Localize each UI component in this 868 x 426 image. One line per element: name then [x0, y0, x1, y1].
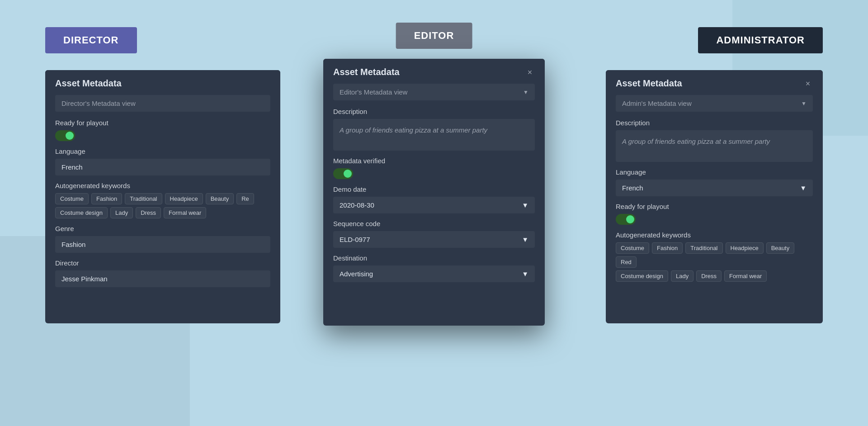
editor-close-button[interactable]: × — [525, 67, 535, 77]
admin-panel-header: Asset Metadata × — [606, 70, 823, 95]
keyword-costumedesign-d: Costume design — [55, 207, 108, 218]
demo-date-value: 2020-08-30 — [340, 201, 374, 209]
editor-panel: Asset Metadata × Editor's Metadata view … — [323, 59, 545, 326]
admin-panel-title: Asset Metadata — [616, 78, 682, 89]
language-dropdown-admin[interactable]: French ▼ — [616, 180, 813, 196]
autogenerated-keywords-label-director: Autogenerated keywords — [55, 182, 270, 189]
toggle-thumb-admin — [626, 215, 634, 223]
sequence-code-dropdown[interactable]: ELD-0977 ▼ — [333, 231, 535, 248]
genre-label-director: Genre — [55, 225, 270, 232]
ready-for-playout-toggle-admin[interactable] — [616, 214, 636, 225]
keyword-beauty-a: Beauty — [766, 242, 794, 254]
keyword-costume-a: Costume — [616, 242, 649, 254]
keyword-dress-d: Dress — [136, 207, 161, 218]
destination-chevron-icon: ▼ — [522, 270, 528, 278]
keyword-costumedesign-a: Costume design — [616, 270, 668, 282]
keyword-re-d: Re — [236, 193, 254, 204]
keyword-formalwear-d: Formal wear — [164, 207, 206, 218]
demo-date-dropdown[interactable]: 2020-08-30 ▼ — [333, 197, 535, 213]
metadata-verified-toggle-row — [333, 168, 535, 179]
editor-panel-header: Asset Metadata × — [323, 59, 545, 84]
keyword-formalwear-a: Formal wear — [724, 270, 767, 282]
description-value-admin: A group of friends eating pizza at a sum… — [616, 130, 813, 162]
admin-chevron-down-icon: ▼ — [801, 100, 807, 107]
sequence-code-label: Sequence code — [333, 220, 535, 227]
editor-view-label: Editor's Metadata view — [340, 88, 407, 96]
director-view-label: Director's Metadata view — [61, 99, 136, 107]
language-label-admin: Language — [616, 168, 813, 176]
admin-view-label: Admin's Metadata view — [622, 99, 692, 107]
role-administrator-button[interactable]: ADMINISTRATOR — [698, 27, 823, 53]
keyword-lady-a: Lady — [671, 270, 693, 282]
director-panel-body: Director's Metadata view Ready for playo… — [45, 95, 280, 297]
keyword-costume-d: Costume — [55, 193, 89, 204]
language-label-director: Language — [55, 147, 270, 155]
destination-label: Destination — [333, 254, 535, 262]
language-chevron-icon: ▼ — [800, 184, 807, 192]
description-value-editor: A group of friends eating pizza at a sum… — [333, 119, 535, 151]
keywords-row2-director: Costume design Lady Dress Formal wear — [55, 207, 270, 218]
genre-value-director: Fashion — [55, 236, 270, 253]
keyword-dress-a: Dress — [696, 270, 722, 282]
language-value-director: French — [55, 159, 270, 175]
role-director-button[interactable]: DIRECTOR — [45, 27, 137, 53]
toggle-thumb — [66, 132, 74, 140]
sequence-code-value: ELD-0977 — [340, 236, 370, 243]
admin-view-selector[interactable]: Admin's Metadata view ▼ — [616, 95, 813, 112]
editor-view-selector[interactable]: Editor's Metadata view ▼ — [333, 84, 535, 100]
demo-date-label: Demo date — [333, 185, 535, 193]
chevron-down-icon: ▼ — [523, 89, 528, 95]
destination-value: Advertising — [340, 270, 373, 278]
ready-for-playout-toggle-row — [55, 130, 270, 141]
editor-panel-title: Asset Metadata — [333, 67, 400, 77]
ready-for-playout-toggle[interactable] — [55, 130, 75, 141]
demo-date-chevron-icon: ▼ — [522, 201, 528, 209]
keyword-lady-d: Lady — [110, 207, 133, 218]
language-value-admin: French — [622, 184, 643, 192]
director-view-selector: Director's Metadata view — [55, 95, 270, 112]
keyword-traditional-a: Traditional — [685, 242, 722, 254]
destination-dropdown[interactable]: Advertising ▼ — [333, 265, 535, 282]
ready-for-playout-label-admin: Ready for playout — [616, 203, 813, 210]
keyword-fashion-a: Fashion — [652, 242, 683, 254]
director-panel: Asset Metadata Director's Metadata view … — [45, 70, 280, 323]
admin-panel: Asset Metadata × Admin's Metadata view ▼… — [606, 70, 823, 323]
keywords-row1-admin: Costume Fashion Traditional Headpiece Be… — [616, 242, 813, 268]
description-label-admin: Description — [616, 119, 813, 127]
keyword-fashion-d: Fashion — [91, 193, 122, 204]
role-editor-button[interactable]: EDITOR — [396, 23, 472, 49]
ready-for-playout-toggle-row-admin — [616, 214, 813, 225]
director-field-label: Director — [55, 259, 270, 267]
editor-panel-body: Editor's Metadata view ▼ Description A g… — [323, 84, 545, 292]
keyword-traditional-d: Traditional — [125, 193, 162, 204]
keyword-headpiece-d: Headpiece — [165, 193, 203, 204]
keyword-red-a: Red — [616, 256, 637, 268]
director-value: Jesse Pinkman — [55, 270, 270, 287]
autogenerated-keywords-label-admin: Autogenerated keywords — [616, 231, 813, 239]
director-panel-header: Asset Metadata — [45, 70, 280, 95]
keywords-row1-director: Costume Fashion Traditional Headpiece Be… — [55, 193, 270, 204]
metadata-verified-toggle[interactable] — [333, 168, 353, 179]
admin-panel-body: Admin's Metadata view ▼ Description A gr… — [606, 95, 823, 292]
sequence-code-chevron-icon: ▼ — [522, 236, 528, 243]
description-label-editor: Description — [333, 108, 535, 115]
keyword-headpiece-a: Headpiece — [726, 242, 764, 254]
admin-close-button[interactable]: × — [803, 79, 813, 89]
metadata-verified-label: Metadata verified — [333, 157, 535, 165]
director-panel-title: Asset Metadata — [55, 78, 122, 89]
toggle-thumb-editor — [344, 170, 352, 178]
keywords-row2-admin: Costume design Lady Dress Formal wear — [616, 270, 813, 282]
ready-for-playout-label: Ready for playout — [55, 119, 270, 127]
keyword-beauty-d: Beauty — [206, 193, 234, 204]
